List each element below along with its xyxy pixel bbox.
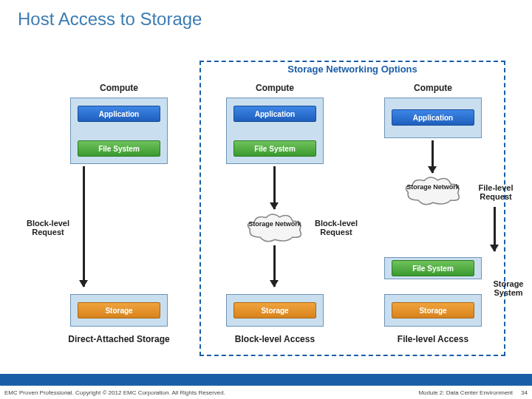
label-file-request: File-level Request	[470, 183, 522, 201]
col-header-compute-1: Compute	[70, 83, 168, 93]
caption-block-access: Block-level Access	[214, 334, 335, 344]
application-bar-2: Application	[233, 106, 316, 122]
page-title: Host Access to Storage	[18, 9, 202, 30]
cloud-label-1: Storage Network	[406, 183, 460, 191]
application-bar-3: Application	[392, 109, 474, 126]
label-block-request-2: Block-level Request	[310, 219, 362, 236]
filesystem-bar-1: File System	[78, 140, 160, 157]
footer-strip	[0, 374, 532, 386]
caption-file-access: File-level Access	[375, 334, 491, 344]
arrow-col1	[83, 166, 85, 287]
caption-direct-attached: Direct-Attached Storage	[56, 334, 182, 344]
filesystem-bar-2: File System	[233, 140, 316, 157]
storage-networking-title: Storage Networking Options	[200, 64, 505, 75]
label-block-request-1: Block-level Request	[22, 219, 74, 236]
storage-network-cloud-2: Storage Network	[245, 214, 304, 243]
col-header-compute-2: Compute	[226, 83, 324, 93]
label-storage-system: Storage System	[488, 279, 529, 297]
arrow-col2-a	[273, 166, 276, 209]
filesystem-bar-3: File System	[392, 260, 474, 276]
arrow-col3-a	[432, 140, 434, 173]
storage-bar-2: Storage	[233, 302, 316, 318]
storage-network-cloud-1: Storage Network	[403, 177, 463, 206]
footer-left: EMC Proven Professional. Copyright © 201…	[4, 389, 225, 396]
application-bar-1: Application	[78, 106, 160, 122]
col-header-compute-3: Compute	[384, 83, 482, 93]
cloud-label-2: Storage Network	[248, 220, 301, 228]
storage-bar-3: Storage	[392, 302, 474, 318]
arrow-col2-b	[273, 245, 276, 287]
arrow-col3-b	[494, 207, 496, 251]
page-number: 34	[521, 389, 528, 396]
storage-bar-1: Storage	[78, 302, 160, 318]
footer-right: Module 2: Data Center Environment	[418, 389, 513, 396]
